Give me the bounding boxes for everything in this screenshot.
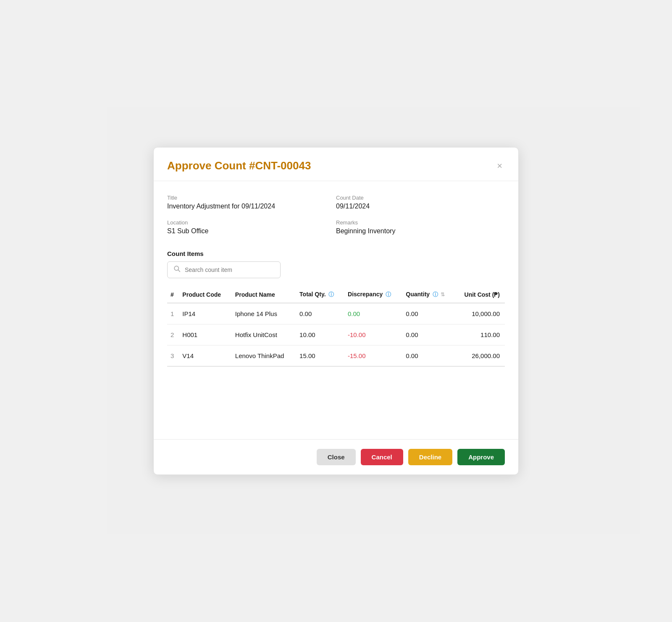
modal-title-prefix: Approve Count # bbox=[167, 159, 255, 172]
svg-line-1 bbox=[178, 270, 180, 271]
cell-product-code: IP14 bbox=[179, 303, 232, 324]
cell-discrepancy: -10.00 bbox=[344, 324, 402, 345]
cell-discrepancy: -15.00 bbox=[344, 345, 402, 366]
cell-product-code: V14 bbox=[179, 345, 232, 366]
cell-num: 3 bbox=[167, 345, 179, 366]
count-items-table: # Product Code Product Name Total Qty. ⓘ… bbox=[167, 287, 505, 366]
col-total-qty: Total Qty. ⓘ bbox=[296, 287, 344, 303]
col-discrepancy: Discrepancy ⓘ bbox=[344, 287, 402, 303]
cell-total-qty: 0.00 bbox=[296, 303, 344, 324]
modal-title: Approve Count #CNT-00043 bbox=[167, 159, 311, 172]
col-quantity: Quantity ⓘ ⇅ bbox=[402, 287, 455, 303]
remarks-cell: Remarks Beginning Inventory bbox=[336, 216, 505, 241]
cell-num: 1 bbox=[167, 303, 179, 324]
table-row: 2 H001 Hotfix UnitCost 10.00 -10.00 0.00… bbox=[167, 324, 505, 345]
col-unit-cost: Unit Cost (₱) bbox=[456, 287, 505, 303]
col-product-name: Product Name bbox=[232, 287, 296, 303]
count-date-value: 09/11/2024 bbox=[336, 203, 505, 210]
cell-quantity: 0.00 bbox=[402, 303, 455, 324]
remarks-value: Beginning Inventory bbox=[336, 227, 505, 235]
cell-discrepancy: 0.00 bbox=[344, 303, 402, 324]
title-label: Title bbox=[167, 195, 336, 201]
modal-body: Title Inventory Adjustment for 09/11/202… bbox=[154, 181, 518, 439]
cell-product-name: Hotfix UnitCost bbox=[232, 324, 296, 345]
search-input[interactable] bbox=[185, 266, 274, 273]
title-cell: Title Inventory Adjustment for 09/11/202… bbox=[167, 191, 336, 216]
quantity-info-icon[interactable]: ⓘ bbox=[433, 291, 438, 298]
cell-unit-cost: 10,000.00 bbox=[456, 303, 505, 324]
title-value: Inventory Adjustment for 09/11/2024 bbox=[167, 203, 336, 210]
cell-quantity: 0.00 bbox=[402, 345, 455, 366]
modal-header: Approve Count #CNT-00043 × bbox=[154, 148, 518, 181]
table-header-row: # Product Code Product Name Total Qty. ⓘ… bbox=[167, 287, 505, 303]
approve-button[interactable]: Approve bbox=[457, 449, 505, 465]
cell-product-name: Lenovo ThinkPad bbox=[232, 345, 296, 366]
modal-overlay: Approve Count #CNT-00043 × Title Invento… bbox=[0, 0, 672, 622]
cell-total-qty: 10.00 bbox=[296, 324, 344, 345]
location-label: Location bbox=[167, 219, 336, 226]
modal-title-code: CNT-00043 bbox=[255, 159, 311, 172]
cell-total-qty: 15.00 bbox=[296, 345, 344, 366]
discrepancy-info-icon[interactable]: ⓘ bbox=[386, 291, 391, 298]
cell-product-code: H001 bbox=[179, 324, 232, 345]
remarks-label: Remarks bbox=[336, 219, 505, 226]
close-button[interactable]: Close bbox=[317, 449, 356, 465]
modal-footer: Close Cancel Decline Approve bbox=[154, 439, 518, 474]
modal-close-button[interactable]: × bbox=[494, 161, 505, 171]
col-num: # bbox=[167, 287, 179, 303]
count-date-cell: Count Date 09/11/2024 bbox=[336, 191, 505, 216]
cell-unit-cost: 26,000.00 bbox=[456, 345, 505, 366]
location-value: S1 Sub Office bbox=[167, 227, 336, 235]
modal: Approve Count #CNT-00043 × Title Invento… bbox=[153, 147, 519, 475]
count-date-label: Count Date bbox=[336, 195, 505, 201]
quantity-sort-icon[interactable]: ⇅ bbox=[441, 292, 445, 298]
total-qty-info-icon[interactable]: ⓘ bbox=[328, 291, 334, 298]
info-grid: Title Inventory Adjustment for 09/11/202… bbox=[167, 191, 505, 241]
search-box bbox=[167, 261, 281, 278]
col-product-code: Product Code bbox=[179, 287, 232, 303]
table-row: 1 IP14 Iphone 14 Plus 0.00 0.00 0.00 10,… bbox=[167, 303, 505, 324]
cell-num: 2 bbox=[167, 324, 179, 345]
cell-unit-cost: 110.00 bbox=[456, 324, 505, 345]
cell-quantity: 0.00 bbox=[402, 324, 455, 345]
table-row: 3 V14 Lenovo ThinkPad 15.00 -15.00 0.00 … bbox=[167, 345, 505, 366]
location-cell: Location S1 Sub Office bbox=[167, 216, 336, 241]
cancel-button[interactable]: Cancel bbox=[361, 449, 403, 465]
count-items-label: Count Items bbox=[167, 250, 505, 257]
svg-point-0 bbox=[174, 266, 178, 270]
cell-product-name: Iphone 14 Plus bbox=[232, 303, 296, 324]
search-icon bbox=[173, 265, 181, 274]
table-wrap: # Product Code Product Name Total Qty. ⓘ… bbox=[167, 287, 505, 366]
decline-button[interactable]: Decline bbox=[408, 449, 452, 465]
